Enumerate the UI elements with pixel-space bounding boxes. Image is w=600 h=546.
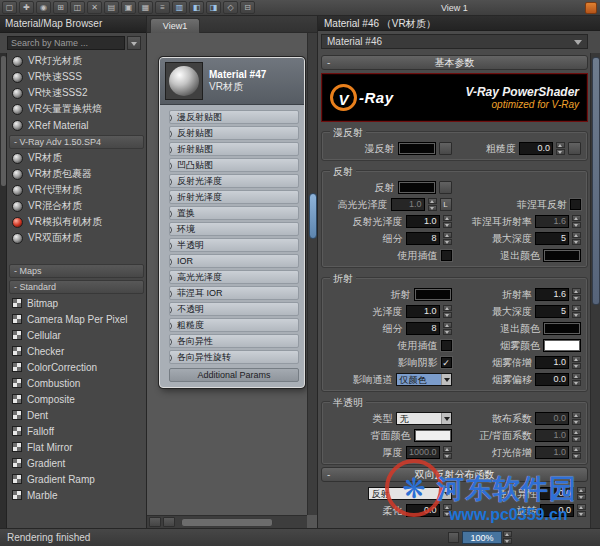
spinner[interactable] [443, 504, 452, 517]
value-field[interactable]: 1.0 [535, 356, 569, 369]
spin-down-icon[interactable] [428, 205, 437, 211]
checkbox[interactable]: ✓ [441, 357, 452, 368]
node-slot[interactable]: 高光光泽度 [169, 270, 299, 284]
select-by-material-icon[interactable]: ◇ [223, 1, 238, 14]
spinner[interactable] [572, 412, 581, 425]
spin-down-icon[interactable] [556, 149, 565, 155]
spin-down-icon[interactable] [572, 295, 581, 301]
value-field[interactable]: 0.0 [540, 504, 574, 517]
search-input[interactable]: Search by Name ... [7, 36, 125, 50]
show-background-icon[interactable]: ▦ [138, 1, 153, 14]
scrollbar-thumb[interactable] [181, 518, 273, 527]
parameter-scrollbar[interactable] [590, 53, 600, 528]
node-slot[interactable]: 漫反射贴图 [169, 110, 299, 124]
spin-up-icon[interactable] [572, 412, 581, 418]
color-swatch[interactable] [398, 181, 436, 194]
spin-up-icon[interactable] [577, 487, 586, 493]
value-field[interactable]: 8 [406, 322, 440, 335]
browser-item[interactable]: XRef Material [7, 117, 146, 133]
node-additional-params[interactable]: Additional Params [169, 368, 299, 382]
dropdown[interactable]: 仅颜色 [396, 373, 452, 386]
node-slot[interactable]: 置换 [169, 206, 299, 220]
spin-down-icon[interactable] [572, 312, 581, 318]
spin-down-icon[interactable] [443, 511, 452, 517]
map-button[interactable] [439, 181, 452, 194]
color-swatch[interactable] [543, 249, 581, 262]
checkbox[interactable] [570, 199, 581, 210]
node-slot[interactable]: 折射贴图 [169, 142, 299, 156]
browser-item[interactable]: VR快速SSS [7, 69, 146, 85]
node-view-canvas[interactable]: Material #47 VR材质 漫反射贴图反射贴图折射贴图凹凸贴图反射光泽度… [147, 33, 307, 515]
spin-up-icon[interactable] [443, 215, 452, 221]
value-field[interactable]: 1.6 [535, 215, 569, 228]
select-tool-icon[interactable]: ▢ [2, 1, 17, 14]
browser-item[interactable]: Composite [7, 391, 146, 407]
spin-up-icon[interactable] [572, 215, 581, 221]
browser-item[interactable]: VR混合材质 [7, 198, 146, 214]
browser-item[interactable]: VR灯光材质 [7, 53, 146, 69]
zoom-region-icon[interactable] [448, 532, 459, 543]
value-field[interactable]: 5 [535, 305, 569, 318]
color-swatch[interactable] [414, 429, 452, 442]
browser-group-header[interactable]: - V-Ray Adv 1.50.SP4 [9, 135, 144, 149]
value-field[interactable]: 1.0 [535, 429, 569, 442]
dropdown[interactable]: 反射 [368, 487, 452, 500]
spin-down-icon[interactable] [572, 380, 581, 386]
node-view-vscrollbar[interactable] [307, 33, 317, 515]
spinner[interactable] [572, 288, 581, 301]
spin-down-icon[interactable] [572, 363, 581, 369]
options-icon[interactable]: ⊟ [240, 1, 255, 14]
spinner[interactable] [443, 232, 452, 245]
node-slot[interactable]: 反射贴图 [169, 126, 299, 140]
view-selector-label[interactable]: View 1 [441, 3, 468, 13]
spinner[interactable] [577, 487, 586, 500]
pan-right-button[interactable] [163, 517, 175, 527]
spin-down-icon[interactable] [443, 453, 452, 459]
browser-item[interactable]: VR双面材质 [7, 230, 146, 246]
spin-down-icon[interactable] [503, 538, 512, 544]
pan-left-button[interactable] [149, 517, 161, 527]
spin-up-icon[interactable] [443, 232, 452, 238]
dropdown[interactable]: 无 [396, 412, 452, 425]
value-field[interactable]: 0.0 [540, 487, 574, 500]
spinner[interactable] [443, 305, 452, 318]
value-field[interactable]: 1.0 [406, 215, 440, 228]
spin-up-icon[interactable] [443, 504, 452, 510]
browser-item[interactable]: VR矢量置换烘焙 [7, 101, 146, 117]
scrollbar-thumb[interactable] [592, 57, 600, 305]
rollout-basic-params[interactable]: - 基本参数 [321, 55, 588, 70]
browser-scrollbar[interactable] [0, 53, 7, 528]
node-slot[interactable]: 各向异性旋转 [169, 350, 299, 364]
spin-down-icon[interactable] [443, 329, 452, 335]
spin-down-icon[interactable] [443, 222, 452, 228]
browser-item[interactable]: Combustion [7, 375, 146, 391]
browser-group-header[interactable]: - Maps [9, 264, 144, 278]
spinner[interactable] [577, 504, 586, 517]
value-field[interactable]: 0.0 [519, 142, 553, 155]
spinner[interactable] [572, 373, 581, 386]
value-field[interactable]: 5 [535, 232, 569, 245]
browser-item[interactable]: VR代理材质 [7, 182, 146, 198]
node-slot[interactable]: 凹凸贴图 [169, 158, 299, 172]
color-swatch[interactable] [398, 142, 436, 155]
rollout-brdf[interactable]: - 双向反射分布函数 [321, 467, 588, 482]
spin-down-icon[interactable] [572, 419, 581, 425]
spin-up-icon[interactable] [443, 446, 452, 452]
value-field[interactable]: 0.0 [535, 373, 569, 386]
material-node[interactable]: Material #47 VR材质 漫反射贴图反射贴图折射贴图凹凸贴图反射光泽度… [159, 57, 305, 388]
spin-down-icon[interactable] [443, 239, 452, 245]
value-field[interactable]: 0.0 [535, 412, 569, 425]
spin-down-icon[interactable] [572, 222, 581, 228]
delete-selected-icon[interactable]: ✕ [87, 1, 102, 14]
node-slot[interactable]: 不透明 [169, 302, 299, 316]
tab-view1[interactable]: View1 [150, 18, 200, 33]
pick-material-icon[interactable]: ◉ [36, 1, 51, 14]
spin-down-icon[interactable] [443, 312, 452, 318]
spin-down-icon[interactable] [577, 511, 586, 517]
value-field[interactable]: 1.0 [391, 198, 425, 211]
node-view-hscrollbar[interactable] [147, 515, 307, 528]
browser-item[interactable]: ColorCorrection [7, 359, 146, 375]
spin-up-icon[interactable] [572, 373, 581, 379]
spin-down-icon[interactable] [577, 494, 586, 500]
hide-unused-slots-icon[interactable]: ▤ [104, 1, 119, 14]
